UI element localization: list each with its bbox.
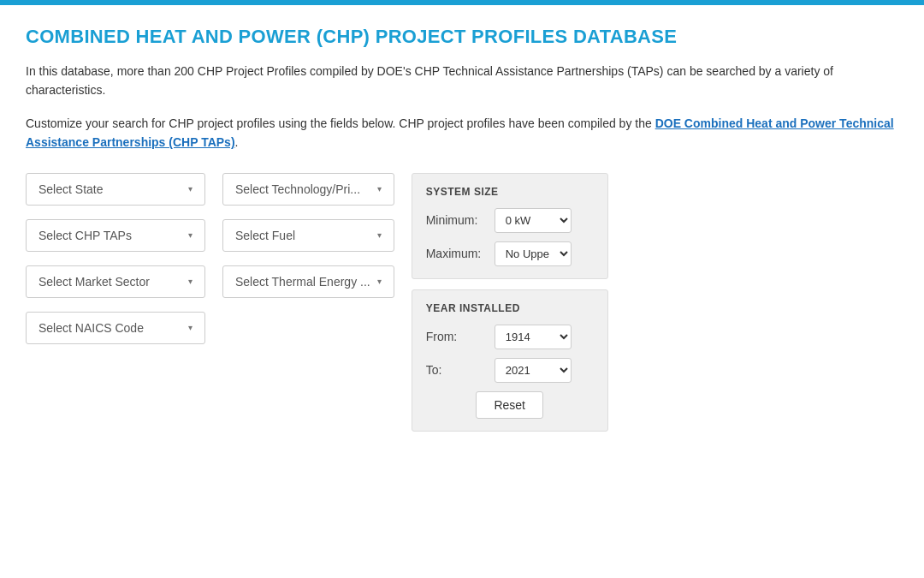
select-state-button[interactable]: Select State ▾ <box>26 173 205 206</box>
select-thermal-energy-arrow: ▾ <box>377 277 382 286</box>
select-technology-button[interactable]: Select Technology/Pri... ▾ <box>222 173 394 206</box>
select-state-label: Select State <box>38 182 104 196</box>
select-thermal-energy-button[interactable]: Select Thermal Energy ... ▾ <box>222 265 394 298</box>
from-select[interactable]: 1914 <box>495 325 572 349</box>
select-fuel-arrow: ▾ <box>377 230 382 240</box>
select-chp-taps-arrow: ▾ <box>188 230 192 240</box>
filter-column-1: Select State ▾ Select CHP TAPs ▾ Select … <box>26 173 205 344</box>
to-select[interactable]: 2021 <box>495 358 572 383</box>
year-installed-title: YEAR INSTALLED <box>426 302 594 314</box>
select-market-sector-label: Select Market Sector <box>38 275 150 289</box>
page-title: COMBINED HEAT AND POWER (CHP) PROJECT PR… <box>26 26 898 48</box>
filter-column-3: SYSTEM SIZE Minimum: 0 kW Maximum: No Up… <box>412 173 608 432</box>
select-technology-label: Select Technology/Pri... <box>235 182 360 196</box>
maximum-select[interactable]: No Uppe <box>495 241 572 266</box>
select-thermal-energy-label: Select Thermal Energy ... <box>235 275 370 289</box>
select-chp-taps-label: Select CHP TAPs <box>38 229 132 242</box>
from-row: From: 1914 <box>426 325 594 349</box>
from-label: From: <box>426 330 486 343</box>
description-para2-prefix: Customize your search for CHP project pr… <box>26 116 655 130</box>
select-state-arrow: ▾ <box>188 184 192 194</box>
select-fuel-label: Select Fuel <box>235 229 295 242</box>
filter-column-2: Select Technology/Pri... ▾ Select Fuel ▾… <box>222 173 394 298</box>
select-technology-arrow: ▾ <box>377 184 382 194</box>
to-label: To: <box>426 363 486 377</box>
select-fuel-button[interactable]: Select Fuel ▾ <box>222 219 394 252</box>
description-para2: Customize your search for CHP project pr… <box>26 114 898 152</box>
reset-button[interactable]: Reset <box>476 391 543 419</box>
select-naics-code-label: Select NAICS Code <box>38 321 144 335</box>
filters-grid: Select State ▾ Select CHP TAPs ▾ Select … <box>26 173 898 432</box>
system-size-box: SYSTEM SIZE Minimum: 0 kW Maximum: No Up… <box>412 173 608 279</box>
maximum-label: Maximum: <box>426 247 486 260</box>
minimum-row: Minimum: 0 kW <box>426 208 594 233</box>
maximum-row: Maximum: No Uppe <box>426 241 594 266</box>
main-content: COMBINED HEAT AND POWER (CHP) PROJECT PR… <box>9 5 915 449</box>
select-naics-code-arrow: ▾ <box>188 323 192 332</box>
to-row: To: 2021 <box>426 358 594 383</box>
minimum-select[interactable]: 0 kW <box>495 208 572 233</box>
select-chp-taps-button[interactable]: Select CHP TAPs ▾ <box>26 219 205 252</box>
description-para2-suffix: . <box>235 135 239 149</box>
select-market-sector-button[interactable]: Select Market Sector ▾ <box>26 265 205 298</box>
select-market-sector-arrow: ▾ <box>188 277 192 286</box>
system-size-title: SYSTEM SIZE <box>426 186 594 198</box>
year-installed-box: YEAR INSTALLED From: 1914 To: 2021 Reset <box>412 289 608 432</box>
select-naics-code-button[interactable]: Select NAICS Code ▾ <box>26 312 205 344</box>
description-para1: In this database, more than 200 CHP Proj… <box>26 62 898 100</box>
minimum-label: Minimum: <box>426 213 486 227</box>
